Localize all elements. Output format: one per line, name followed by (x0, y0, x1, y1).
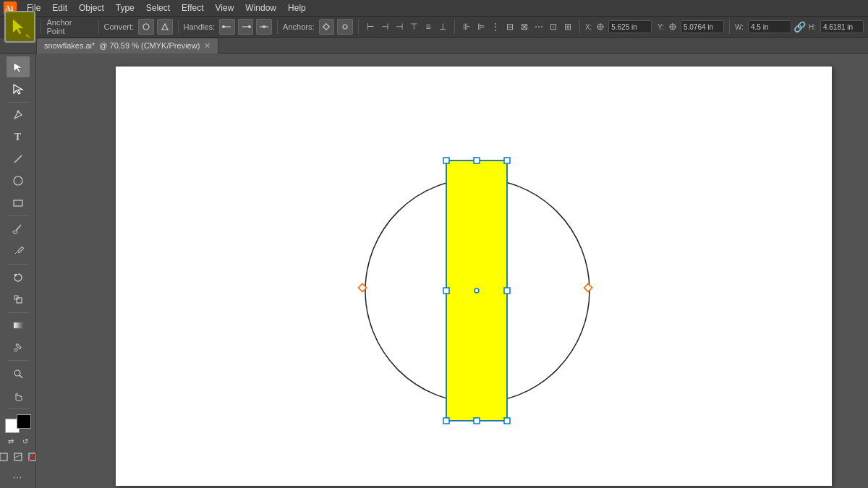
dist-btn-7[interactable]: ⊡ (547, 20, 560, 33)
active-tool-button[interactable]: ↖ (4, 11, 35, 43)
menu-view[interactable]: View (210, 1, 239, 14)
dist-btn-1[interactable]: ⊪ (460, 20, 473, 33)
handles-btn-2[interactable] (238, 19, 254, 35)
align-top[interactable]: ⊤ (407, 20, 420, 33)
handle-bl (443, 418, 449, 424)
link-wh-icon[interactable]: 🔗 (794, 21, 806, 33)
anchors-btn-2[interactable] (337, 19, 353, 35)
y-value[interactable] (681, 20, 724, 33)
svg-rect-27 (17, 247, 23, 253)
svg-rect-24 (14, 200, 22, 206)
dist-btn-6[interactable]: ⋯ (532, 20, 545, 33)
swap-colors[interactable]: ⇄ (4, 435, 17, 448)
svg-line-39 (14, 455, 22, 458)
svg-marker-19 (14, 63, 22, 72)
menu-window[interactable]: Window (240, 1, 281, 14)
tool-line[interactable] (7, 148, 30, 169)
align-center-h[interactable]: ⊣ (378, 20, 391, 33)
h-value[interactable] (820, 20, 864, 33)
center-point (475, 288, 479, 293)
canvas-area (36, 53, 868, 488)
separator-6 (454, 20, 455, 34)
more-tools[interactable]: ··· (7, 467, 30, 488)
convert-btn-1[interactable] (138, 19, 154, 35)
svg-marker-2 (13, 20, 23, 34)
document-tab[interactable]: snowflakes.ai* @ 70.59 % (CMYK/Preview) … (36, 38, 218, 53)
svg-point-6 (222, 25, 225, 28)
toolbox: T (0, 53, 36, 488)
dist-btn-5[interactable]: ⊠ (518, 20, 531, 33)
dist-btn-2[interactable]: ⊫ (475, 20, 488, 33)
w-label: W: (735, 23, 744, 31)
menu-edit[interactable]: Edit (47, 1, 72, 14)
tool-sep-3 (7, 264, 29, 265)
menu-object[interactable]: Object (74, 1, 109, 14)
svg-point-26 (13, 231, 17, 234)
separator-1 (41, 20, 41, 34)
svg-rect-32 (14, 322, 22, 328)
anchor-right (584, 283, 592, 291)
menu-bar: Ai File Edit Object Type Select Effect V… (0, 0, 868, 16)
stroke-swatch[interactable] (17, 414, 31, 429)
tool-zoom[interactable] (7, 363, 30, 384)
handle-tc (474, 158, 480, 163)
tool-ellipse[interactable] (7, 171, 30, 192)
dist-btn-4[interactable]: ⊟ (503, 20, 516, 33)
anchor-point-label: Anchor Point (46, 18, 91, 35)
anchors-label: Anchors: (283, 22, 314, 31)
menu-select[interactable]: Select (141, 1, 175, 14)
w-value[interactable] (748, 20, 791, 33)
tool-type[interactable]: T (7, 127, 30, 147)
tool-pen[interactable] (7, 105, 30, 126)
menu-help[interactable]: Help (283, 1, 311, 14)
dist-btn-3[interactable]: ⋮ (489, 20, 502, 33)
svg-point-34 (14, 348, 17, 351)
tool-hand[interactable] (7, 385, 30, 406)
svg-point-23 (14, 176, 22, 185)
handles-btn-3[interactable] (256, 19, 272, 35)
svg-point-35 (14, 370, 20, 376)
tab-close-btn[interactable]: ✕ (204, 41, 210, 51)
align-right[interactable]: ⊣ (393, 20, 406, 33)
tool-scale[interactable] (7, 288, 30, 309)
tool-paintbrush[interactable] (7, 218, 30, 239)
separator-7 (579, 20, 580, 34)
align-left[interactable]: ⊢ (364, 20, 377, 33)
svg-marker-4 (162, 24, 168, 30)
y-label: Y: (658, 23, 664, 31)
svg-point-10 (263, 25, 265, 28)
align-center-v[interactable]: ≡ (422, 20, 435, 33)
handle-tr (504, 158, 510, 163)
artwork-svg (116, 67, 832, 486)
tool-sep-2 (7, 215, 29, 216)
color-swatches[interactable] (5, 414, 31, 433)
convert-label: Convert: (104, 22, 135, 31)
tool-direct-selection[interactable] (7, 78, 30, 99)
align-bottom[interactable]: ⊥ (436, 20, 449, 33)
anchors-btn-1[interactable] (319, 19, 335, 35)
svg-line-22 (14, 155, 22, 163)
handle-tl (443, 158, 449, 163)
svg-rect-11 (323, 24, 329, 30)
svg-rect-30 (17, 298, 22, 303)
tool-eyedropper[interactable] (7, 337, 30, 358)
tool-gradient[interactable] (7, 315, 30, 336)
separator-4 (277, 20, 278, 34)
tool-rectangle[interactable] (7, 192, 30, 213)
svg-marker-20 (14, 85, 22, 94)
x-value[interactable] (608, 20, 652, 33)
menu-effect[interactable]: Effect (176, 1, 208, 14)
tool-pencil[interactable] (7, 241, 30, 262)
color-mode[interactable] (0, 450, 10, 463)
reset-colors[interactable]: ↺ (19, 435, 32, 448)
tool-selection[interactable] (7, 56, 30, 77)
svg-point-21 (17, 111, 19, 113)
convert-btn-2[interactable] (157, 19, 173, 35)
handles-btn-1[interactable] (219, 19, 235, 35)
dist-btn-8[interactable]: ⊞ (561, 20, 574, 33)
tool-rotate[interactable] (7, 267, 30, 288)
handle-br (504, 418, 510, 424)
gradient-mode[interactable] (12, 450, 25, 463)
handles-label: Handles: (184, 22, 215, 31)
menu-type[interactable]: Type (111, 1, 140, 14)
